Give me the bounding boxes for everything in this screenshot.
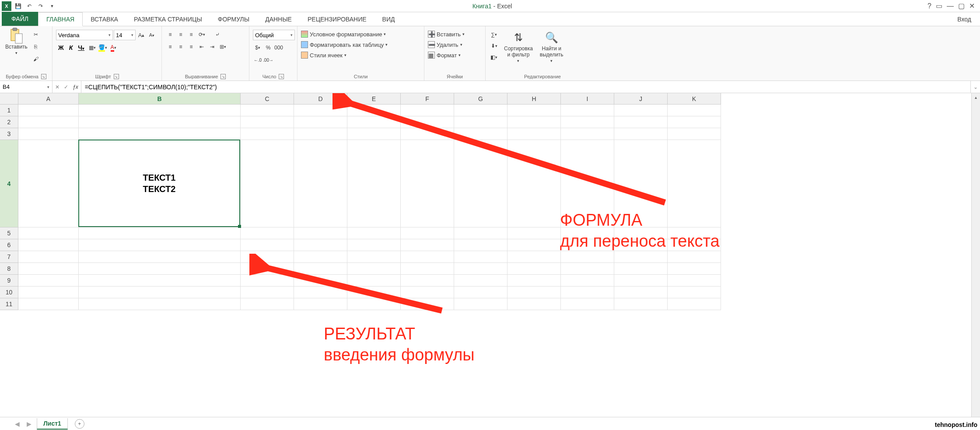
cell[interactable] (401, 263, 454, 275)
fill-color-icon[interactable]: 🪣▾ (98, 43, 108, 52)
sign-in-link[interactable]: Вход (957, 16, 980, 23)
cell[interactable] (294, 263, 347, 275)
decrease-indent-icon[interactable]: ⇤ (197, 42, 206, 52)
paste-button[interactable]: Вставить▾ (4, 28, 29, 56)
row-header[interactable]: 11 (0, 298, 18, 310)
cell[interactable] (668, 287, 721, 298)
align-top-icon[interactable]: ≡ (165, 30, 175, 39)
cell[interactable] (79, 239, 241, 251)
cell[interactable] (401, 128, 454, 140)
row-header[interactable]: 6 (0, 239, 18, 251)
font-color-icon[interactable]: A▾ (108, 43, 118, 52)
align-center-icon[interactable]: ≡ (176, 42, 186, 52)
cell[interactable] (668, 140, 721, 227)
cell[interactable] (668, 263, 721, 275)
decrease-font-icon[interactable]: A▾ (147, 30, 157, 40)
merge-cells-icon[interactable]: ⊞▾ (218, 42, 228, 52)
column-header[interactable]: F (401, 93, 454, 105)
font-name-select[interactable]: Verdana▾ (56, 30, 113, 40)
cell[interactable] (614, 128, 668, 140)
cell[interactable] (18, 263, 79, 275)
increase-font-icon[interactable]: A▴ (136, 30, 146, 40)
font-size-select[interactable]: 14▾ (114, 30, 136, 40)
bold-button[interactable]: Ж (56, 43, 66, 52)
save-icon[interactable]: 💾 (13, 1, 23, 11)
underline-button[interactable]: Ч▾ (76, 43, 87, 52)
cell[interactable] (294, 116, 347, 128)
cell[interactable] (454, 227, 508, 239)
cancel-formula-icon[interactable]: ✕ (55, 84, 60, 90)
cell[interactable] (79, 128, 241, 140)
cell[interactable] (454, 287, 508, 298)
cell[interactable] (241, 116, 294, 128)
accounting-format-icon[interactable]: $▾ (253, 43, 262, 52)
column-header[interactable]: E (347, 93, 401, 105)
cell[interactable] (241, 140, 294, 227)
cell[interactable] (508, 275, 561, 287)
cell[interactable] (454, 263, 508, 275)
cell[interactable] (614, 263, 668, 275)
cell[interactable] (294, 128, 347, 140)
align-middle-icon[interactable]: ≡ (176, 30, 186, 39)
row-header[interactable]: 10 (0, 287, 18, 298)
cell[interactable] (401, 140, 454, 227)
cell[interactable] (561, 263, 614, 275)
align-bottom-icon[interactable]: ≡ (186, 30, 196, 39)
alignment-launcher-icon[interactable]: ↘ (220, 74, 226, 79)
cell[interactable] (508, 239, 561, 251)
cell[interactable] (508, 116, 561, 128)
cell[interactable] (241, 298, 294, 310)
column-header[interactable]: A (18, 93, 79, 105)
cell[interactable] (347, 287, 401, 298)
cell[interactable] (79, 287, 241, 298)
cell[interactable] (454, 251, 508, 263)
format-painter-icon[interactable]: 🖌 (31, 54, 41, 64)
cell[interactable] (508, 128, 561, 140)
cell[interactable] (294, 239, 347, 251)
cell[interactable] (508, 298, 561, 310)
cell[interactable] (401, 105, 454, 116)
cell[interactable] (79, 263, 241, 275)
cell[interactable] (79, 251, 241, 263)
cell[interactable] (561, 128, 614, 140)
name-box[interactable]: B4▾ (0, 81, 52, 93)
cell[interactable] (241, 263, 294, 275)
row-header[interactable]: 2 (0, 116, 18, 128)
cell[interactable] (18, 287, 79, 298)
formula-input[interactable]: =СЦЕПИТЬ("ТЕКСТ1";СИМВОЛ(10);"ТЕКСТ2") (81, 81, 970, 93)
cell[interactable] (561, 140, 614, 227)
comma-format-icon[interactable]: 000 (274, 43, 284, 52)
row-header[interactable]: 3 (0, 128, 18, 140)
cell[interactable] (561, 239, 614, 251)
cell[interactable] (561, 251, 614, 263)
cell[interactable] (614, 251, 668, 263)
tab-file[interactable]: ФАЙЛ (2, 12, 38, 26)
clipboard-launcher-icon[interactable]: ↘ (41, 74, 46, 79)
cell[interactable] (668, 105, 721, 116)
cell[interactable] (401, 239, 454, 251)
increase-decimal-icon[interactable]: ←.0 (253, 55, 262, 65)
cell[interactable] (401, 287, 454, 298)
minimize-icon[interactable]: — (947, 2, 954, 10)
cell[interactable] (454, 105, 508, 116)
tab-review[interactable]: РЕЦЕНЗИРОВАНИЕ (300, 13, 374, 26)
copy-icon[interactable]: ⎘ (31, 42, 41, 52)
cell-styles-button[interactable]: Стили ячеек ▾ (301, 51, 346, 59)
cell[interactable] (347, 263, 401, 275)
cell[interactable] (561, 287, 614, 298)
cell[interactable] (294, 227, 347, 239)
cell[interactable] (668, 128, 721, 140)
sheet-tab-active[interactable]: Лист1 (37, 418, 68, 430)
active-cell[interactable]: ТЕКСТ1ТЕКСТ2 (78, 140, 240, 227)
cell[interactable] (347, 128, 401, 140)
number-launcher-icon[interactable]: ↘ (279, 74, 284, 79)
row-header[interactable]: 8 (0, 263, 18, 275)
column-header[interactable]: B (79, 93, 241, 105)
cell[interactable] (614, 298, 668, 310)
cell[interactable] (508, 227, 561, 239)
cell[interactable] (18, 128, 79, 140)
cell[interactable] (79, 116, 241, 128)
cell[interactable] (401, 251, 454, 263)
spreadsheet-grid[interactable]: ABCDEFGHIJK 1234567891011 ТЕКСТ1ТЕКСТ2 ▴ (0, 93, 980, 417)
align-right-icon[interactable]: ≡ (186, 42, 196, 52)
